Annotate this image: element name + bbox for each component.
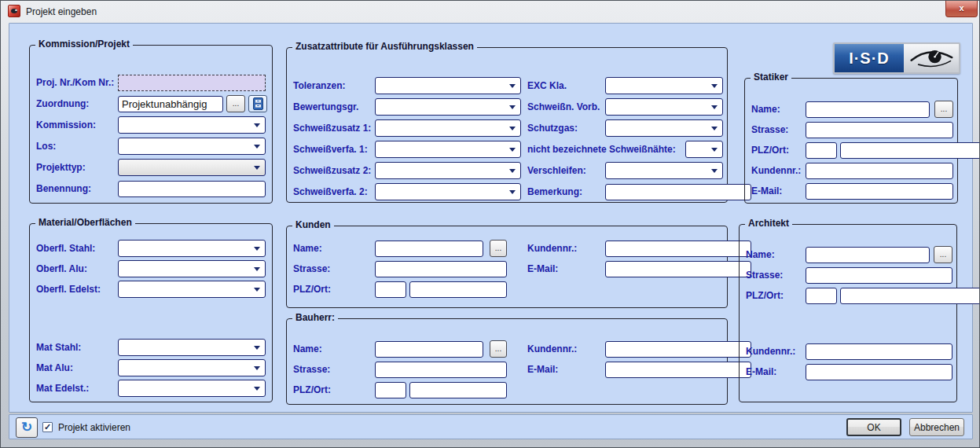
kunden-strasse-input[interactable] [375,261,507,277]
architekt-email-input[interactable] [806,364,952,380]
group-title: Kunden [292,219,334,230]
mat-alu-dropdown[interactable] [118,359,266,376]
kommission-dropdown[interactable] [118,116,266,134]
verschleifen-dropdown[interactable] [605,162,723,179]
strasse-label: Strasse: [746,270,802,281]
schweissverfa-2-label: Schweißverfa. 2: [293,186,372,197]
architekt-strasse-input[interactable] [806,267,952,284]
oberfl-stahl-dropdown[interactable] [118,240,266,257]
bauherr-kundennr-input[interactable] [605,341,751,358]
statiker-email-input[interactable] [806,183,953,200]
kundennr-label: Kundennr.: [746,346,802,357]
bewertungsgr-label: Bewertungsgr. [293,101,372,112]
mat-edelst-dropdown[interactable] [118,380,266,397]
projekt-aktivieren-label: Projekt aktivieren [58,422,130,433]
kunden-name-input[interactable] [375,241,483,257]
refresh-button[interactable]: ↻ [16,417,38,438]
proj-nr-input[interactable] [118,75,266,91]
architekt-name-browse-button[interactable]: ... [934,246,952,263]
oberfl-edelst-dropdown[interactable] [118,281,266,298]
proj-nr-label: Proj. Nr./Kom Nr.: [36,77,115,88]
projekttyp-dropdown[interactable] [118,159,266,176]
toleranzen-dropdown[interactable] [375,77,521,94]
architekt-plz-input[interactable] [806,288,837,304]
zuordnung-catalog-button[interactable] [248,95,267,112]
chevron-down-icon [509,190,516,194]
chevron-down-icon [254,267,260,271]
group-title: Zusatzattribute für Ausführungsklassen [292,41,477,52]
chevron-down-icon [711,105,718,109]
kunden-kundennr-input[interactable] [605,241,751,257]
bauherr-strasse-input[interactable] [375,362,507,378]
statiker-strasse-input[interactable] [806,122,953,138]
chevron-down-icon [254,346,260,350]
chevron-down-icon [509,127,516,130]
app-icon [8,5,20,17]
zuordnung-input[interactable] [118,96,223,112]
refresh-icon: ↻ [21,420,32,435]
kunden-ort-input[interactable] [409,281,507,298]
strasse-label: Strasse: [293,364,372,375]
bewertungsgr-dropdown[interactable] [375,98,521,116]
window-title: Projekt eingeben [26,6,97,17]
schweisszusatz-1-dropdown[interactable] [375,119,521,137]
isd-logo: I·S·D [833,42,960,74]
group-title: Statiker [751,72,791,83]
group-kommission-projekt: Kommission/Projekt Proj. Nr./Kom Nr.: Zu… [29,45,273,204]
kommission-label: Kommission: [36,119,115,130]
schweissverfa-2-dropdown[interactable] [375,183,521,200]
group-title: Material/Oberflächen [35,217,135,228]
statiker-name-input[interactable] [806,101,930,118]
zuordnung-browse-button[interactable]: ... [226,95,245,112]
kundennr-label: Kundennr.: [527,243,602,254]
schutzgas-dropdown[interactable] [605,119,723,137]
titlebar: Projekt eingeben x [1,1,979,22]
architekt-ort-input[interactable] [840,288,980,304]
schweissverfa-1-dropdown[interactable] [375,141,521,158]
name-label: Name: [751,104,802,115]
schweisszusatz-2-dropdown[interactable] [375,162,521,179]
benennung-input[interactable] [118,181,266,197]
toleranzen-label: Toleranzen: [293,80,372,91]
oberfl-edelst-label: Oberfl. Edelst: [36,284,115,295]
exc-kla-dropdown[interactable] [605,77,723,94]
bemerkung-label: Bemerkung: [527,186,602,197]
bauherr-name-input[interactable] [375,341,483,358]
architekt-kundennr-input[interactable] [806,343,952,360]
bauherr-email-input[interactable] [605,362,751,378]
statiker-name-browse-button[interactable]: ... [934,101,953,118]
exc-kla-label: EXC Kla. [527,80,602,91]
group-title: Kommission/Projekt [35,39,133,50]
benennung-label: Benennung: [36,183,115,194]
kunden-email-input[interactable] [605,261,751,277]
chevron-down-icon [254,145,260,149]
group-kunden: Kunden Name: ... Strasse: PLZ/Ort: Kunde… [286,226,728,308]
los-dropdown[interactable] [118,138,266,155]
oberfl-alu-label: Oberfl. Alu: [36,263,115,274]
bauherr-plz-input[interactable] [375,382,406,398]
zuordnung-label: Zuordnung: [36,98,115,109]
kunden-plz-input[interactable] [375,281,406,298]
schweissn-vorb-dropdown[interactable] [605,98,723,116]
nicht-bezeichnete-schweissnaehte-dropdown[interactable] [685,141,723,158]
statiker-kundennr-input[interactable] [806,163,953,179]
kunden-name-browse-button[interactable]: ... [490,240,507,257]
architekt-name-input[interactable] [806,247,930,263]
cabinet-icon [253,97,263,110]
ok-button[interactable]: OK [846,418,901,436]
dialog-content: I·S·D Kommission/Projekt Proj. Nr./Kom N… [9,23,973,413]
cancel-button[interactable]: Abbrechen [909,418,964,436]
email-label: E-Mail: [527,364,602,375]
bemerkung-input[interactable] [605,184,751,200]
statiker-ort-input[interactable] [840,142,980,159]
los-label: Los: [36,141,115,152]
bauherr-ort-input[interactable] [409,382,507,398]
group-zusatzattribute: Zusatzattribute für Ausführungsklassen T… [286,47,728,203]
oberfl-alu-dropdown[interactable] [118,260,266,277]
statiker-plz-input[interactable] [806,142,837,159]
projekt-aktivieren-checkbox[interactable]: ✓ [42,422,53,432]
bauherr-name-browse-button[interactable]: ... [490,340,507,358]
close-button[interactable]: x [945,1,978,17]
mat-stahl-dropdown[interactable] [118,339,266,356]
isd-logo-text: I·S·D [835,44,904,72]
